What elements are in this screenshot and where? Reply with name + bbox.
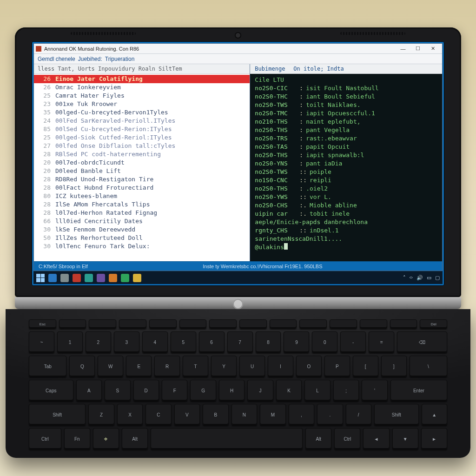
list-row[interactable]: 2800lFact Hubnd Froturectiard [34, 184, 250, 192]
left-columns-header: lless Tant, Uorts Inpouvidury Roaln Silt… [34, 64, 250, 74]
taskbar-icon[interactable] [73, 274, 81, 282]
list-row[interactable]: 28RD8Red Unod-Restigaton Tire [34, 175, 250, 184]
terminal-line: no2S0-THS:.oiel2 [255, 185, 437, 193]
list-row[interactable]: 23001xe Tuk Rroower [34, 100, 250, 108]
terminal-line: no2S0-THS:iapit spnawalb:l [255, 151, 437, 159]
line-text: 00lFed SarKeravled-Perioll.ITyles [55, 117, 175, 125]
terminal-line: no210-THS:naint eplefubt, [255, 118, 437, 126]
screen: Annonand OK Munsal Rutoning. Con R86 — ☐… [32, 41, 444, 286]
line-num: 28 [38, 150, 51, 159]
list-row[interactable]: 25Camrat Hater Fiyles [34, 92, 250, 100]
taskbar-icon[interactable] [109, 274, 117, 282]
right-tabs[interactable]: Bubimenge On itole; Indta [250, 64, 442, 74]
list-row[interactable]: 50IllZes Rerhortuteed Doll [34, 234, 250, 242]
list-row[interactable]: 8500lSed Cu-brecyted-Rerion:ITyles [34, 125, 250, 133]
line-text: lkSe Fenmom Dereewvedd [55, 225, 135, 234]
line-num: 30 [38, 225, 51, 234]
taskbar[interactable]: ˄ ⌔ 🔊 ▭ ▢ [33, 271, 443, 284]
line-num: 20 [38, 167, 51, 175]
list-row[interactable]: 2700lfed Onse Dibflaion tall:cTyles [34, 142, 250, 150]
titlebar[interactable]: Annonand OK Munsal Rutoning. Con R86 — ☐… [34, 44, 442, 54]
laptop-hinge [15, 297, 461, 309]
line-text: Camrat Hater Fiyles [55, 92, 125, 100]
maximize-button[interactable]: ☐ [410, 44, 425, 53]
list-row[interactable]: 2500lged-Siok Cutfed-Reriol:ITyles [34, 133, 250, 142]
statusbar: C:Kfte5/ Sbroop in Elf Inste ty Wemkrets… [34, 261, 442, 271]
tab[interactable]: Bubimenge [255, 66, 285, 72]
line-text: IlSe AMom Fhercatals Tlips [55, 200, 150, 209]
status-left: C:Kfte5/ Sbroop in Elf [39, 264, 88, 269]
line-num: 30 [38, 242, 51, 251]
menu-item[interactable]: Juebihed: [78, 56, 102, 62]
left-list[interactable]: 26Einoe Jater Colatiflying26Omrac Ionker… [34, 74, 250, 261]
line-num: 50 [38, 234, 51, 242]
line-num: 26 [38, 83, 51, 92]
taskbar-icon[interactable] [85, 274, 93, 282]
list-row[interactable]: 20D0leed Banble Lift [34, 167, 250, 175]
app-icon [36, 46, 41, 52]
list-row[interactable]: 30l0lTenc Fenuro Tark Delux: [34, 242, 250, 251]
taskbar-icon[interactable] [48, 274, 57, 282]
panes: lless Tant, Uorts Inpouvidury Roaln Silt… [34, 64, 442, 261]
line-num: 28 [38, 209, 51, 217]
system-tray[interactable]: ˄ ⌔ 🔊 ▭ ▢ [403, 275, 440, 281]
list-row[interactable]: 28RBlSed PC codt-haterrementing [34, 150, 250, 159]
laptop-deck: EscDel ~1234567890-=⌫ TabQWERTYUIOP[]\ C… [6, 309, 470, 458]
line-num: 80 [38, 192, 51, 200]
menu-item[interactable]: Tripueration [105, 56, 135, 62]
list-row[interactable]: 26Omrac Ionkereyviem [34, 83, 250, 92]
taskbar-icon[interactable] [121, 274, 129, 282]
list-row[interactable]: 30lkSe Fenmom Dereewvedd [34, 225, 250, 234]
terminal-line: aeple/Enicie-papds danbrechlona [255, 218, 437, 226]
line-num: 26 [38, 75, 51, 83]
menu-item[interactable]: Gemdl chenele [38, 56, 75, 62]
terminal-line: no1S0-CNC::reipli [255, 176, 437, 185]
terminal-line: no2S0-CIC:isit Foult Nastobull [255, 84, 437, 93]
list-row[interactable]: 28IlSe AMom Fhercatals Tlips [34, 200, 250, 209]
tray-up-icon[interactable]: ˄ [403, 275, 406, 281]
keyboard[interactable]: EscDel ~1234567890-=⌫ TabQWERTYUIOP[]\ C… [29, 319, 447, 444]
taskbar-icon[interactable] [60, 274, 69, 282]
notification-icon[interactable]: ▢ [435, 275, 440, 281]
terminal-line: no2S0-CHS:.Mioble abline [255, 201, 437, 210]
list-row[interactable]: 28l0l7ed-Herhon Ratated Fignag [34, 209, 250, 217]
volume-icon[interactable]: 🔊 [416, 275, 423, 281]
terminal-line: uipin car:.tobit inele [255, 210, 437, 218]
line-num: 25 [38, 92, 51, 100]
wifi-icon[interactable]: ⌔ [410, 275, 413, 281]
laptop: Annonand OK Munsal Rutoning. Con R86 — ☐… [10, 27, 466, 458]
taskbar-icon[interactable] [97, 274, 105, 282]
tab[interactable]: On itole; Indta [293, 66, 344, 72]
status-center: Inste ty Wemkretsbc co.!/Vhicrornal Fr19… [203, 264, 322, 269]
line-num: 85 [38, 125, 51, 133]
left-pane[interactable]: lless Tant, Uorts Inpouvidury Roaln Silt… [34, 64, 250, 261]
line-text: 00lged-Cu-brecyted-Bervon1Tyles [55, 108, 168, 117]
list-row[interactable]: 26Einoe Jater Colatiflying [34, 75, 250, 83]
terminal-line: @ulakins [255, 243, 437, 251]
line-num: 25 [38, 133, 51, 142]
line-num: 66 [38, 217, 51, 225]
start-button[interactable] [36, 274, 45, 282]
list-row[interactable]: 80ICZ kutees-blanem [34, 192, 250, 200]
minimize-button[interactable]: — [396, 44, 410, 53]
line-text: RD8Red Unod-Restigaton Tire [55, 175, 153, 184]
line-text: D0leed Banble Lift [55, 167, 121, 175]
terminal-line: no2S0-TWS::poiple [255, 168, 437, 176]
line-num: 28 [38, 200, 51, 209]
list-row[interactable]: 66lll0ied Cencritily Dates [34, 217, 250, 225]
battery-icon[interactable]: ▭ [427, 275, 431, 281]
close-button[interactable]: ✕ [425, 44, 440, 53]
line-text: l0lTenc Fenuro Tark Delux: [55, 242, 150, 251]
menubar[interactable]: Gemdl chenele Juebihed: Tripueration [34, 54, 442, 64]
list-row[interactable]: 2000l7ed-obrdcTicundt [34, 159, 250, 167]
window-title: Annonand OK Munsal Rutoning. Con R86 [44, 46, 396, 52]
right-pane[interactable]: Bubimenge On itole; Indta Cile LTUno2S0-… [250, 64, 442, 261]
terminal-line: sarinetenNsscaDnill1.... [255, 235, 437, 243]
list-row[interactable]: 3500lged-Cu-brecyted-Bervon1Tyles [34, 108, 250, 117]
taskbar-icon[interactable] [133, 274, 141, 282]
speaker-right [340, 32, 405, 35]
terminal-output[interactable]: Cile LTUno2S0-CIC:isit Foult Nastobullno… [250, 74, 442, 261]
line-text: 00lSed Cu-brecyted-Rerion:ITyles [55, 125, 172, 133]
speaker-left [71, 32, 136, 35]
list-row[interactable]: 2400lFed SarKeravled-Perioll.ITyles [34, 117, 250, 125]
